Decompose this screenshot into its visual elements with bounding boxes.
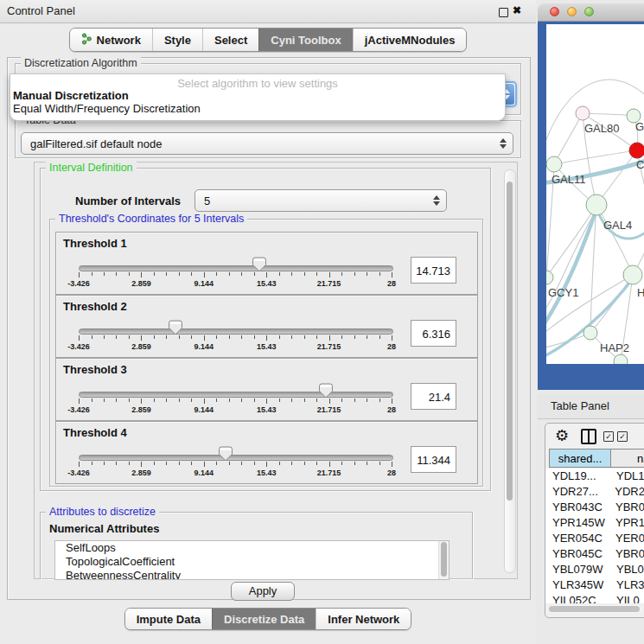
slider-tick-label: 15.43 [247,469,285,477]
slider-handle[interactable] [169,320,182,335]
node-label: GAL11 [552,173,586,186]
slider-track[interactable] [79,392,393,398]
scrollbar-thumb[interactable] [549,606,640,612]
attribute-item[interactable]: SelfLoops [55,541,449,555]
split-panel-icon[interactable] [581,429,596,444]
cell-shared-name: YDL19... [545,469,609,484]
table-toolbar: ⚙ ✓ ✓ [545,424,644,449]
threshold-value-field[interactable]: 6.316 [411,320,456,347]
tab-style[interactable]: Style [152,29,202,51]
slider-track[interactable] [79,455,393,461]
attributes-list-scrollbar[interactable] [438,541,449,579]
slider-tick-label: 15.43 [247,279,285,288]
threshold-label: Threshold 2 [63,300,127,313]
GCY1-node[interactable] [546,271,553,284]
cell-shared-name: YLR345W [545,577,609,593]
slider-tick-label: 28 [373,342,411,351]
table-row[interactable]: YPR145WYPR1 [545,515,644,531]
cell-shared-name: YIL052C [545,593,609,603]
combobox-arrows-icon[interactable] [433,195,446,206]
table-data-combobox[interactable]: galFiltered.sif default node [21,132,513,155]
threshold-value-field[interactable]: 11.344 [411,446,456,473]
settings-vertical-scrollbar[interactable] [504,169,516,573]
network-edge [554,150,637,164]
dropdown-option[interactable]: Manual Discretization [13,89,129,102]
HAP2-node[interactable] [583,326,597,340]
slider-tick-label: 9.144 [185,405,223,414]
attributes-list[interactable]: SelfLoopsTopologicalCoefficientBetweenne… [54,540,450,580]
red-node[interactable] [629,143,644,158]
GAL11-node[interactable] [546,156,562,172]
slider-track[interactable] [79,265,393,271]
float-window-icon[interactable] [499,8,508,17]
bottom-tabs-pill: Impute DataDiscretize DataInfer Network [124,608,412,630]
table-horizontal-scrollbar[interactable] [548,605,641,613]
tab-discretize-data[interactable]: Discretize Data [212,609,316,629]
table-row[interactable]: YDR27...YDR2 [545,484,644,500]
algorithm-group-label: Discretization Algorithm [21,57,141,69]
table-row[interactable]: YDL19...YDL1 [545,469,644,484]
attribute-item[interactable]: TopologicalCoefficient [55,555,449,569]
threshold-value-field[interactable]: 14.713 [411,257,456,284]
slider-handle[interactable] [319,383,333,399]
checkbox-icon[interactable]: ✓ [603,431,614,442]
threshold-panel: Threshold 4-3.4262.8599.14415.4321.71528… [55,421,478,484]
checkbox-icon[interactable]: ✓ [617,431,628,442]
GAL4-node[interactable] [586,194,607,215]
cell-shared-name: YER054C [545,531,609,546]
slider-handle[interactable] [252,257,266,272]
apply-button[interactable]: Apply [231,582,295,601]
minimize-traffic-light-icon[interactable] [567,7,577,16]
H-node[interactable] [623,265,642,284]
tab-select[interactable]: Select [202,29,258,51]
cell-shared-name: YDR27... [545,484,608,500]
tab-label: Select [214,34,247,47]
cell-name: YER0 [609,531,644,546]
settings-panel: Discretization Algorithm Select algorith… [7,57,531,600]
tab-jactivemnodules[interactable]: jActiveMNodules [353,29,467,51]
tab-infer-network[interactable]: Infer Network [316,609,411,629]
slider-handle[interactable] [219,446,233,462]
node[interactable] [614,354,628,364]
table-row[interactable]: YER054CYER0 [545,531,644,546]
gear-icon[interactable]: ⚙ [555,426,569,445]
node-label: GAL80 [584,122,619,135]
table-data-value: galFiltered.sif default node [22,137,500,150]
network-window-titlebar[interactable] [538,3,644,22]
combobox-arrows-icon[interactable] [500,138,513,149]
column-header-shared[interactable]: shared... [549,449,611,468]
tab-network[interactable]: Network [70,29,152,51]
network-edge [546,205,596,277]
num-intervals-combobox[interactable]: 5 [194,189,447,212]
table-row[interactable]: YBR043CYBR0 [545,500,644,515]
slider-track[interactable] [79,328,393,335]
zoom-traffic-light-icon[interactable] [584,7,594,16]
tab-cyni-toolbox[interactable]: Cyni Toolbox [258,29,352,51]
scrollbar-thumb[interactable] [507,182,513,501]
num-intervals-value: 5 [195,194,433,207]
threshold-value-field[interactable]: 21.4 [411,383,456,410]
slider-tick-label: 2.859 [122,469,160,477]
dropdown-option[interactable]: Equal Width/Frequency Discretization [13,102,201,115]
threshold-label: Threshold 1 [63,237,127,250]
panel-title: Control Panel [7,0,75,22]
table-row[interactable]: YBR045CYBR0 [545,546,644,562]
top-tab-bar: NetworkStyleSelectCyni ToolboxjActiveMNo… [0,28,536,52]
thresholds-group-label: Threshold's Coordinates for 5 Intervals [55,213,247,225]
table-row[interactable]: YLR345WYLR3 [545,577,644,593]
bottom-tab-bar: Impute DataDiscretize DataInfer Network [0,608,536,630]
tab-impute-data[interactable]: Impute Data [125,609,212,629]
close-icon[interactable]: ✖ [513,4,521,16]
threshold-panel: Threshold 1-3.4262.8599.14415.4321.71528… [55,232,478,295]
GAL80-node[interactable] [576,106,590,120]
network-canvas[interactable]: GAL80GACGAL11GAL4GCY1HHAP2 [546,24,644,364]
slider-tick-label: 9.144 [185,342,223,351]
attribute-item[interactable]: BetweennessCentrality [55,569,449,580]
attributes-group: Attributes to discretize Numerical Attri… [40,512,473,579]
slider-tick-label: 21.715 [310,279,348,288]
close-traffic-light-icon[interactable] [550,7,559,16]
column-header-name[interactable]: name [610,449,644,468]
table-row[interactable]: YBL079WYBL0 [545,562,644,577]
threshold-label: Threshold 4 [63,426,127,439]
table-row[interactable]: YIL052CYIL0 [545,593,644,603]
